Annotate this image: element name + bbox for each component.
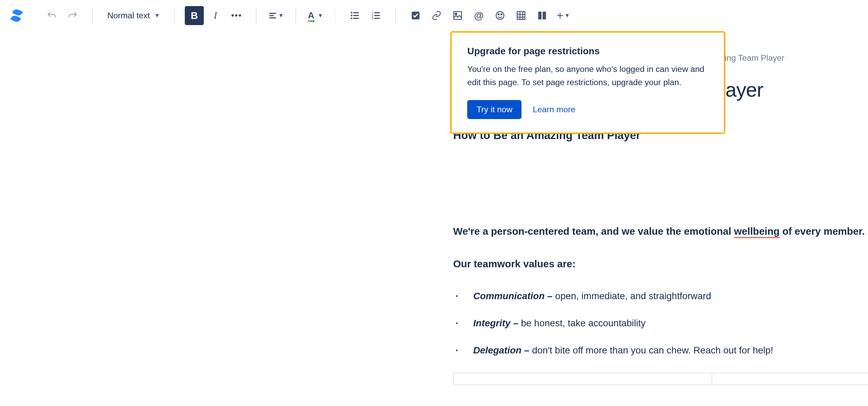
svg-point-5 bbox=[351, 15, 352, 16]
svg-point-7 bbox=[351, 18, 352, 19]
svg-rect-4 bbox=[353, 12, 359, 13]
svg-rect-14 bbox=[374, 18, 380, 19]
bold-button[interactable]: B bbox=[185, 6, 204, 25]
redo-button[interactable] bbox=[63, 6, 82, 25]
chevron-down-icon: ▼ bbox=[278, 12, 284, 19]
table-cell[interactable] bbox=[454, 373, 712, 385]
try-it-now-button[interactable]: Try it now bbox=[467, 100, 521, 119]
table[interactable] bbox=[453, 373, 868, 385]
svg-point-20 bbox=[501, 14, 502, 15]
values-list[interactable]: Communication – open, immediate, and str… bbox=[453, 288, 868, 359]
italic-button[interactable]: I bbox=[206, 6, 225, 25]
values-heading[interactable]: Our teamwork values are: bbox=[453, 255, 868, 272]
table-cell[interactable] bbox=[712, 373, 868, 385]
svg-rect-21 bbox=[517, 12, 525, 19]
text-style-select[interactable]: Normal text ▼ bbox=[103, 6, 164, 25]
svg-rect-10 bbox=[374, 12, 380, 13]
more-formatting-button[interactable]: ••• bbox=[227, 6, 246, 25]
bullet-list-button[interactable] bbox=[346, 6, 364, 25]
popover-body: You're on the free plan, so anyone who's… bbox=[467, 62, 708, 89]
insert-button[interactable]: + ▼ bbox=[554, 6, 573, 25]
text-color-button[interactable]: A ▼ bbox=[306, 6, 325, 25]
confluence-logo[interactable] bbox=[9, 8, 24, 23]
upgrade-popover: Upgrade for page restrictions You're on … bbox=[450, 31, 725, 134]
svg-point-17 bbox=[455, 13, 457, 15]
svg-rect-6 bbox=[353, 15, 359, 16]
list-item[interactable]: Integrity – be honest, take accountabili… bbox=[453, 315, 868, 331]
svg-rect-8 bbox=[353, 18, 359, 19]
list-item[interactable]: Communication – open, immediate, and str… bbox=[453, 288, 868, 304]
svg-text:3: 3 bbox=[372, 16, 374, 20]
learn-more-link[interactable]: Learn more bbox=[533, 105, 575, 114]
chevron-down-icon: ▼ bbox=[318, 12, 323, 19]
undo-button[interactable] bbox=[42, 6, 61, 25]
table-button[interactable] bbox=[512, 6, 531, 25]
link-button[interactable] bbox=[427, 6, 446, 25]
document-body[interactable]: How to Be an Amazing Team Player We're a… bbox=[453, 126, 868, 385]
svg-point-19 bbox=[498, 14, 499, 15]
text-align-button[interactable]: ▼ bbox=[267, 6, 285, 25]
list-item[interactable]: Delegation – don't bite off more than yo… bbox=[453, 342, 868, 358]
svg-point-18 bbox=[496, 12, 504, 19]
text-style-label: Normal text bbox=[107, 11, 150, 20]
chevron-down-icon: ▼ bbox=[154, 12, 160, 19]
image-button[interactable] bbox=[448, 6, 467, 25]
chevron-down-icon: ▼ bbox=[565, 12, 570, 19]
mention-button[interactable]: @ bbox=[469, 6, 488, 25]
svg-rect-12 bbox=[374, 15, 380, 16]
svg-rect-27 bbox=[543, 12, 546, 19]
action-item-button[interactable] bbox=[406, 6, 425, 25]
intro-paragraph[interactable]: We're a person-centered team, and we val… bbox=[453, 223, 868, 240]
spelling-underline[interactable]: wellbeing bbox=[734, 226, 780, 237]
layouts-button[interactable] bbox=[533, 6, 552, 25]
svg-rect-26 bbox=[538, 12, 542, 19]
editor-toolbar: Normal text ▼ B I ••• ▼ A ▼ 123 bbox=[0, 0, 868, 31]
popover-actions: Try it now Learn more bbox=[467, 100, 708, 119]
svg-point-3 bbox=[351, 12, 352, 14]
svg-rect-16 bbox=[454, 12, 462, 19]
numbered-list-button[interactable]: 123 bbox=[367, 6, 386, 25]
emoji-button[interactable] bbox=[491, 6, 510, 25]
popover-title: Upgrade for page restrictions bbox=[467, 46, 708, 57]
